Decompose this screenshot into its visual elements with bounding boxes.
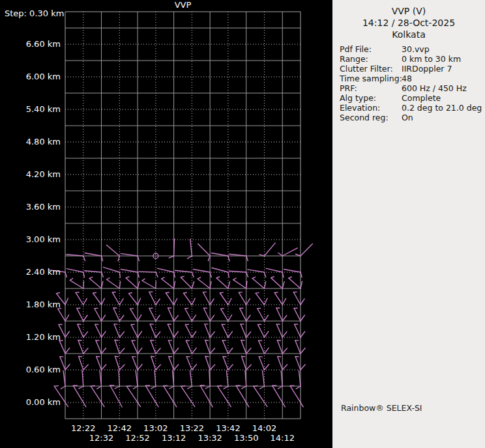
wind-barb — [174, 298, 177, 305]
wind-barb — [115, 340, 118, 341]
field-value: Complete — [402, 93, 441, 103]
wind-barb — [181, 277, 192, 288]
wind-barb — [151, 386, 156, 389]
wind-barb — [228, 365, 233, 370]
brand-text: Rainbow® SELEX-SI — [341, 403, 422, 413]
wind-barb — [85, 253, 102, 256]
wind-barb — [216, 277, 220, 278]
wind-barb — [218, 385, 222, 386]
wind-barb — [168, 324, 173, 337]
x-axis-label: 14:12 — [267, 433, 298, 443]
wind-barb — [102, 331, 106, 337]
y-axis-label: 0.00 km — [22, 397, 61, 407]
wind-barb — [77, 308, 83, 321]
wind-barb — [252, 277, 256, 278]
wind-barb — [156, 331, 160, 337]
wind-barb — [66, 269, 83, 272]
wind-barb — [93, 292, 96, 293]
wind-barb — [233, 278, 236, 280]
x-axis-label: 12:52 — [122, 433, 153, 443]
wind-barb — [211, 253, 228, 256]
wind-barb — [216, 278, 228, 288]
wind-barb — [107, 279, 120, 288]
x-axis-label: 13:50 — [231, 433, 262, 443]
y-axis-label: 5.40 km — [22, 104, 61, 114]
wind-barb — [271, 278, 283, 288]
wind-barb — [83, 281, 84, 288]
wind-barb — [112, 292, 119, 305]
wind-barb — [156, 272, 158, 277]
field-label: Pdf File: — [340, 44, 372, 54]
wind-barb — [205, 324, 210, 337]
wind-barb — [192, 272, 194, 277]
wind-barb — [129, 294, 138, 305]
wind-barb — [164, 386, 177, 407]
wind-barb — [205, 340, 211, 354]
wind-barb — [151, 356, 156, 370]
wind-barb — [154, 371, 156, 386]
wind-barb — [70, 280, 83, 288]
wind-barb — [166, 292, 169, 293]
wind-barb — [228, 331, 232, 337]
wind-barb — [282, 248, 297, 256]
wind-barb — [264, 281, 265, 288]
wind-barb — [246, 315, 250, 321]
wind-barb — [284, 269, 301, 272]
wind-barb — [301, 299, 304, 305]
wind-barb — [186, 341, 192, 354]
wind-barb — [142, 279, 145, 281]
wind-barb — [205, 356, 210, 370]
panel-field-row: Pdf File:30.vvp — [332, 44, 485, 54]
wind-barb — [257, 324, 264, 337]
wind-barb — [85, 271, 102, 272]
wind-barb — [130, 309, 134, 309]
wind-barb — [241, 340, 246, 354]
wind-barb — [150, 324, 156, 337]
wind-barb — [114, 324, 119, 337]
panel-field-row: Clutter Filter:IIRDoppler 7 — [332, 64, 485, 74]
wind-barb — [263, 371, 265, 386]
wind-barb — [126, 277, 129, 278]
y-axis-label: 3.60 km — [22, 202, 61, 212]
wind-barb — [246, 365, 252, 370]
y-axis-label: 6.60 km — [22, 39, 61, 49]
field-label: Alg type: — [340, 93, 376, 103]
wind-barb — [233, 280, 246, 288]
wind-barb — [282, 315, 287, 321]
wind-barb — [295, 341, 301, 354]
wind-barb — [282, 331, 287, 337]
wind-barb — [264, 331, 268, 337]
wind-barb — [156, 365, 161, 370]
wind-barb — [139, 272, 156, 272]
wind-barb — [126, 278, 138, 288]
field-label: Range: — [340, 54, 368, 64]
wind-barb — [83, 365, 89, 370]
wind-barb — [91, 386, 104, 407]
wind-barb — [278, 356, 283, 370]
wind-barb — [65, 365, 70, 370]
wind-barb — [259, 341, 265, 354]
wind-barb — [228, 315, 232, 321]
wind-barb — [271, 277, 274, 278]
wind-barb — [174, 331, 179, 337]
x-axis-label: 14:02 — [248, 423, 280, 433]
wind-barb — [133, 386, 138, 389]
wind-barb — [95, 324, 102, 337]
panel-field-row: Second reg:On — [332, 113, 485, 122]
panel-site: Kolkata — [332, 29, 485, 40]
wind-barb — [198, 277, 200, 279]
wind-barb — [103, 267, 119, 272]
wind-barb — [79, 356, 83, 370]
wind-barb — [240, 308, 246, 321]
wind-barb — [220, 293, 228, 305]
wind-barb — [121, 253, 138, 256]
x-axis-label: 12:32 — [86, 433, 117, 443]
wind-barb — [181, 386, 195, 407]
wind-barb — [254, 386, 257, 387]
field-label: Elevation: — [340, 103, 380, 113]
wind-barb — [119, 315, 124, 321]
x-axis-label: 13:22 — [176, 423, 207, 433]
wind-barb — [229, 271, 246, 272]
wind-barb — [274, 292, 278, 293]
wind-barb — [76, 292, 83, 305]
